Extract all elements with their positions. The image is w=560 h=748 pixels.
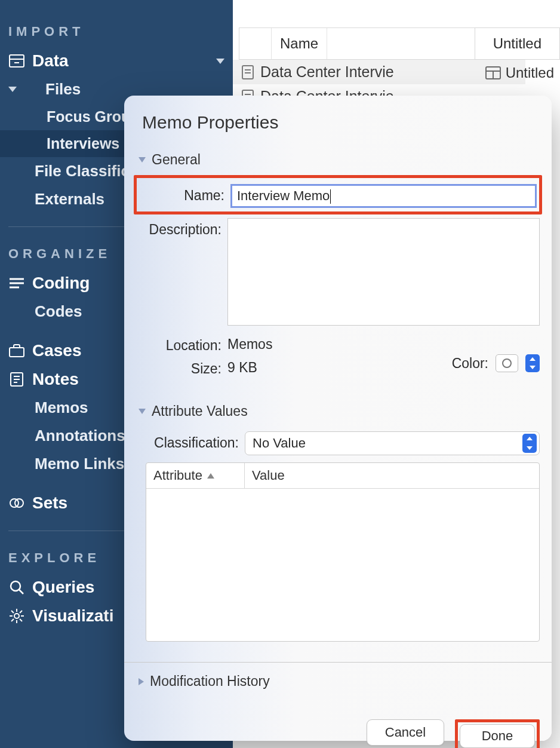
sidebar-item-label: Sets bbox=[32, 493, 67, 513]
svg-rect-0 bbox=[10, 55, 24, 67]
value-col-label: Value bbox=[252, 468, 285, 483]
svg-line-23 bbox=[11, 619, 14, 621]
value-col-header[interactable]: Value bbox=[245, 463, 292, 488]
svg-point-13 bbox=[11, 581, 20, 591]
color-swatch[interactable] bbox=[496, 354, 518, 372]
svg-line-20 bbox=[11, 611, 14, 613]
sidebar-item-label: Files bbox=[45, 80, 81, 99]
document-icon bbox=[241, 65, 254, 80]
select-stepper-icon bbox=[522, 434, 537, 453]
sidebar-item-label: Coding bbox=[32, 274, 90, 293]
dialog-title: Memo Properties bbox=[136, 112, 540, 133]
classification-label: Classification: bbox=[143, 431, 239, 451]
notes-icon bbox=[8, 371, 25, 388]
text-caret bbox=[330, 189, 331, 204]
sidebar-item-label: Memo Links bbox=[35, 455, 124, 473]
size-label: Size: bbox=[136, 357, 221, 377]
name-input-value: Interview Memo bbox=[237, 188, 330, 203]
svg-line-21 bbox=[20, 619, 22, 621]
classification-select[interactable]: No Value bbox=[245, 431, 540, 455]
cancel-button[interactable]: Cancel bbox=[367, 719, 444, 746]
cancel-button-label: Cancel bbox=[385, 725, 426, 740]
chevron-right-icon bbox=[139, 678, 144, 685]
attribute-table: Attribute Value bbox=[146, 462, 540, 642]
location-value: Memos bbox=[227, 334, 272, 352]
svg-line-22 bbox=[20, 611, 22, 613]
sidebar-item-label: Notes bbox=[32, 370, 79, 389]
table-icon bbox=[485, 66, 501, 79]
list-icon bbox=[8, 275, 25, 292]
size-value: 9 KB bbox=[227, 357, 257, 376]
name-input[interactable]: Interview Memo bbox=[230, 184, 537, 208]
svg-rect-6 bbox=[10, 348, 24, 357]
chevron-down-icon bbox=[216, 59, 224, 64]
attribute-col-label: Attribute bbox=[153, 468, 202, 483]
svg-point-15 bbox=[14, 614, 19, 618]
sidebar-item-data[interactable]: Data bbox=[0, 47, 233, 75]
open-document-label: Untitled bbox=[506, 65, 554, 81]
done-button-label: Done bbox=[482, 728, 513, 744]
list-header-name[interactable]: Name bbox=[272, 28, 327, 59]
section-modification-history[interactable]: Modification History bbox=[136, 671, 540, 695]
list-row-name: Data Center Intervie bbox=[260, 63, 394, 81]
chevron-down-icon bbox=[139, 157, 146, 163]
done-button[interactable]: Done bbox=[460, 724, 535, 748]
memo-properties-dialog: Memo Properties General Name: Interview … bbox=[124, 96, 552, 741]
location-label: Location: bbox=[136, 334, 221, 354]
visualization-icon bbox=[8, 608, 25, 624]
attribute-col-header[interactable]: Attribute bbox=[146, 463, 245, 488]
section-general[interactable]: General bbox=[136, 149, 540, 174]
search-icon bbox=[8, 579, 25, 596]
attribute-table-header: Attribute Value bbox=[146, 463, 539, 489]
description-input[interactable] bbox=[227, 218, 540, 326]
sidebar-item-label: Data bbox=[32, 51, 69, 70]
sets-icon bbox=[8, 495, 25, 511]
tab-strip: Untitled bbox=[475, 27, 560, 60]
svg-point-33 bbox=[503, 359, 511, 367]
done-button-highlight: Done bbox=[455, 719, 540, 748]
sidebar-item-label: Memos bbox=[35, 398, 88, 417]
import-heading: IMPORT bbox=[0, 18, 233, 47]
sidebar-item-label: Visualizati bbox=[32, 606, 113, 626]
open-document-row[interactable]: Untitled bbox=[479, 62, 560, 84]
section-attribute-values[interactable]: Attribute Values bbox=[136, 401, 540, 425]
sidebar-item-label: Externals bbox=[35, 190, 104, 209]
sort-ascending-icon bbox=[207, 473, 214, 479]
sidebar-item-label: Interviews bbox=[47, 135, 119, 152]
archive-icon bbox=[8, 53, 25, 69]
sidebar-item-label: Annotations bbox=[35, 427, 125, 445]
sidebar-item-label: Focus Grou bbox=[47, 108, 130, 125]
sidebar-item-label: Cases bbox=[32, 341, 82, 360]
chevron-down-icon bbox=[139, 409, 146, 414]
name-label: Name: bbox=[139, 184, 224, 204]
tab-untitled[interactable]: Untitled bbox=[475, 28, 559, 59]
color-label: Color: bbox=[452, 355, 488, 372]
section-modification-history-label: Modification History bbox=[150, 673, 270, 689]
color-stepper[interactable] bbox=[525, 354, 540, 372]
section-attribute-values-label: Attribute Values bbox=[152, 403, 248, 419]
svg-line-14 bbox=[19, 590, 23, 594]
classification-value: No Value bbox=[253, 436, 306, 451]
chevron-down-icon bbox=[8, 87, 17, 92]
divider bbox=[124, 662, 552, 663]
sidebar-item-label: Queries bbox=[32, 578, 94, 597]
list-header-checkbox-col bbox=[239, 28, 272, 59]
description-label: Description: bbox=[136, 218, 221, 238]
briefcase-icon bbox=[8, 342, 25, 359]
name-field-highlight: Name: Interview Memo bbox=[134, 175, 542, 214]
sidebar-item-label: Codes bbox=[35, 302, 82, 321]
section-general-label: General bbox=[152, 152, 201, 168]
sidebar-item-label: File Classifica bbox=[35, 162, 138, 180]
